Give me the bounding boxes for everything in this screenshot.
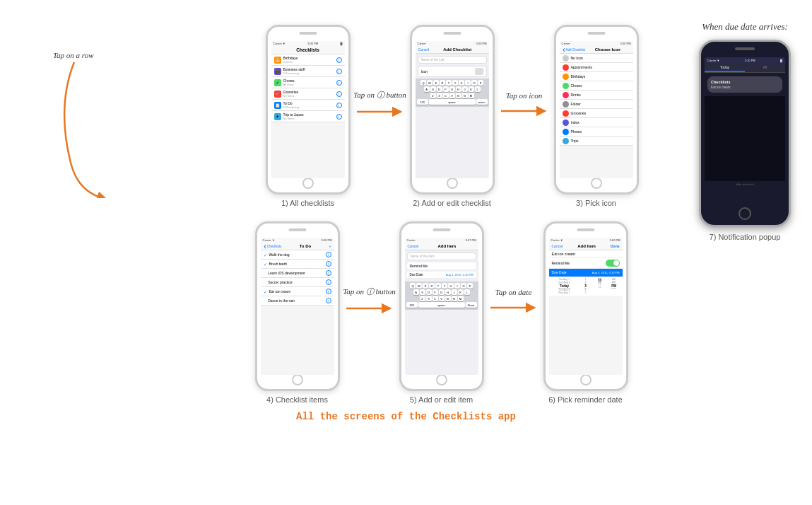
notif-tab-today[interactable]: Today: [705, 64, 745, 72]
info-button[interactable]: i: [336, 103, 342, 108]
icon-list-item[interactable]: Groceries: [560, 109, 633, 118]
key-i[interactable]: I: [465, 80, 471, 86]
icon-list-item[interactable]: Folder: [560, 100, 633, 109]
key-f[interactable]: F: [433, 289, 438, 295]
key-g[interactable]: G: [439, 289, 445, 295]
info-button[interactable]: i: [326, 298, 331, 303]
info-button[interactable]: i: [326, 279, 331, 285]
phone6-done[interactable]: Done: [611, 244, 620, 248]
phone5-cancel[interactable]: Cancel: [408, 244, 419, 248]
key-done[interactable]: Done: [466, 302, 477, 308]
key-f[interactable]: F: [443, 86, 449, 92]
key-p[interactable]: P: [467, 283, 473, 289]
key-m[interactable]: M: [458, 296, 464, 301]
key-w[interactable]: W: [416, 283, 422, 289]
icon-list-item[interactable]: Photos: [560, 127, 633, 137]
key-e[interactable]: E: [423, 283, 428, 289]
key-k[interactable]: K: [469, 86, 474, 92]
key-z[interactable]: Z: [430, 93, 436, 98]
info-button[interactable]: i: [326, 252, 331, 257]
icon-list-item[interactable]: Birthdays: [560, 72, 633, 81]
key-b[interactable]: B: [445, 296, 451, 301]
key-c[interactable]: C: [433, 296, 438, 301]
key-b[interactable]: B: [456, 93, 461, 98]
list-item[interactable]: ○ Learn iOS development i: [261, 269, 334, 278]
info-button[interactable]: i: [326, 270, 331, 276]
key-h[interactable]: H: [456, 86, 461, 92]
key-o[interactable]: O: [471, 80, 477, 86]
list-item[interactable]: ✓ Walk the dog i: [261, 250, 334, 260]
key-z[interactable]: Z: [420, 296, 425, 301]
key-123[interactable]: 123: [406, 302, 418, 308]
key-u[interactable]: U: [448, 283, 454, 289]
list-item[interactable]: 🎂 Birthdays 2 Items i: [271, 54, 345, 66]
due-date-value[interactable]: Aug 5, 2015, 3:10 PM: [592, 271, 620, 274]
key-y[interactable]: Y: [442, 283, 447, 289]
key-i[interactable]: I: [454, 283, 460, 289]
icon-list-item[interactable]: Chores: [560, 81, 633, 91]
key-c[interactable]: C: [443, 93, 449, 98]
key-s[interactable]: S: [430, 86, 436, 92]
key-space[interactable]: space: [418, 302, 465, 308]
key-d[interactable]: D: [426, 289, 432, 295]
key-u[interactable]: U: [459, 80, 464, 86]
key-v[interactable]: V: [439, 296, 445, 301]
list-item[interactable]: ✓ Eat ice cream i: [261, 287, 334, 296]
key-a[interactable]: A: [424, 86, 430, 92]
phone6-duedate-row[interactable]: Due Date Aug 5, 2015, 3:10 PM: [549, 269, 623, 277]
key-w[interactable]: W: [427, 80, 433, 86]
key-t[interactable]: T: [435, 283, 441, 289]
key-q[interactable]: Q: [420, 80, 426, 86]
key-d[interactable]: D: [437, 86, 442, 92]
key-k[interactable]: K: [458, 289, 464, 295]
phone5-duedate-row[interactable]: Due Date Aug 5, 2015, 3:10 PM: [407, 272, 476, 279]
notif-tab-all[interactable]: All: [745, 64, 785, 72]
phone4-add[interactable]: +: [329, 244, 331, 248]
info-button[interactable]: i: [336, 91, 342, 97]
info-button[interactable]: i: [336, 57, 342, 63]
info-button[interactable]: i: [336, 69, 342, 74]
key-o[interactable]: O: [461, 283, 466, 289]
key-j[interactable]: J: [462, 86, 468, 92]
key-t[interactable]: T: [446, 80, 452, 86]
list-item[interactable]: ✈ Trip to Japan No Items i: [271, 111, 345, 122]
date-picker[interactable]: Sat Aug 1 Sun Aug 2 Today Tue Aug 4 Wed …: [549, 277, 623, 296]
key-r[interactable]: R: [440, 80, 445, 86]
phone2-icon-row[interactable]: Icon: [418, 66, 487, 77]
key-s[interactable]: S: [420, 289, 425, 295]
key-x[interactable]: X: [437, 93, 442, 98]
key-g[interactable]: G: [449, 86, 455, 92]
key-n[interactable]: N: [452, 296, 457, 301]
key-q[interactable]: Q: [410, 283, 416, 289]
phone2-name-input[interactable]: Name of the List: [418, 56, 487, 64]
info-button[interactable]: i: [336, 114, 342, 120]
list-item[interactable]: ✓ Brush teeth i: [261, 260, 334, 269]
phone6-cancel[interactable]: Cancel: [552, 244, 563, 248]
icon-list-item[interactable]: Appointments: [560, 63, 633, 72]
key-l[interactable]: L: [464, 289, 470, 295]
key-space[interactable]: space: [429, 99, 476, 105]
key-r[interactable]: R: [429, 283, 435, 289]
info-button[interactable]: i: [336, 80, 342, 86]
list-item[interactable]: ✓ Chores All Done i: [271, 77, 345, 88]
key-a[interactable]: A: [413, 289, 419, 295]
list-item[interactable]: ○ Dance in the rain i: [261, 296, 334, 306]
icon-list-item[interactable]: No Icon: [560, 54, 633, 63]
key-p[interactable]: P: [478, 80, 483, 86]
key-v[interactable]: V: [449, 93, 455, 98]
key-h[interactable]: H: [445, 289, 451, 295]
key-m[interactable]: M: [469, 93, 474, 98]
phone3-back[interactable]: ❮ Add Checklist: [563, 48, 586, 52]
list-item[interactable]: 💼 Business stuff 5 Remaining i: [271, 66, 345, 77]
key-e[interactable]: E: [433, 80, 439, 86]
key-l[interactable]: L: [475, 86, 481, 92]
key-y[interactable]: Y: [452, 80, 458, 86]
info-button[interactable]: i: [326, 289, 331, 294]
key-123[interactable]: 123: [417, 99, 428, 105]
key-return[interactable]: return: [476, 99, 488, 105]
list-item[interactable]: 📋 To Do 5 Remaining i: [271, 100, 345, 111]
info-button[interactable]: i: [326, 261, 331, 267]
icon-list-item[interactable]: Drinks: [560, 91, 633, 100]
phone5-name-input[interactable]: Name of the Item: [407, 253, 476, 260]
due-date-value[interactable]: Aug 5, 2015, 3:10 PM: [446, 273, 473, 277]
